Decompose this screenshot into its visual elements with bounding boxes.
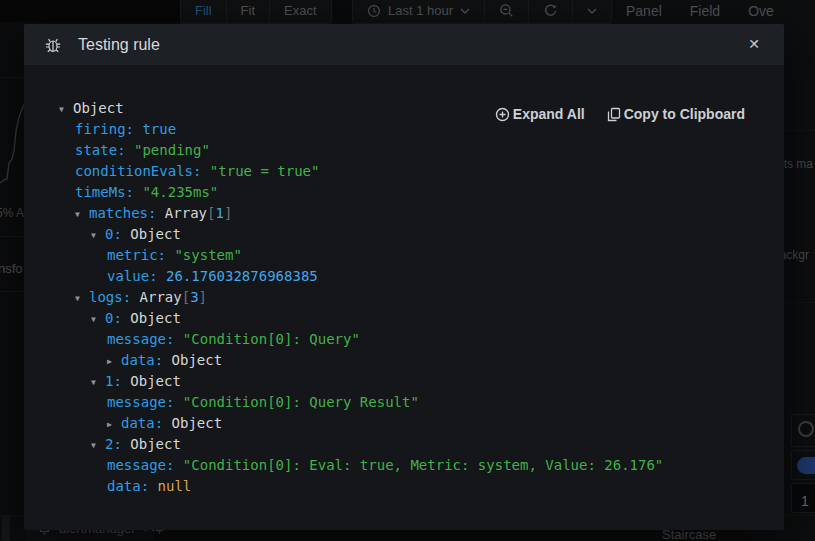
json-object-label: Object <box>172 352 223 368</box>
json-tree-row: ▶data: Object <box>24 413 784 434</box>
modal-title: Testing rule <box>78 36 160 54</box>
json-value: null <box>158 478 192 494</box>
json-object-label: Object <box>130 436 181 452</box>
close-icon[interactable]: ✕ <box>746 35 762 53</box>
json-value: "4.235ms" <box>142 184 218 200</box>
json-tree-row: ▼Object <box>24 98 784 119</box>
json-bracket: ] <box>199 289 207 305</box>
json-value: "system" <box>174 247 241 263</box>
json-tree-row: conditionEvals: "true = true" <box>24 161 784 182</box>
json-key: data: <box>121 352 172 368</box>
expand-arrow-icon[interactable]: ▶ <box>107 351 121 372</box>
json-object-label: Object <box>130 310 181 326</box>
json-key: logs: <box>89 289 140 305</box>
json-key: firing: <box>75 121 142 137</box>
json-value: "Condition[0]: Query" <box>183 331 360 347</box>
json-value: "Condition[0]: Query Result" <box>183 394 419 410</box>
json-object-label: Object <box>73 100 124 116</box>
screen: Fill Fit Exact Last 1 hour <box>0 0 815 541</box>
json-object-label: Object <box>130 373 181 389</box>
json-key: message: <box>107 394 183 410</box>
modal-header: Testing rule ✕ <box>24 24 784 66</box>
json-object-label: Object <box>130 226 181 242</box>
json-value: "pending" <box>134 142 210 158</box>
collapse-arrow-icon[interactable]: ▼ <box>91 372 105 393</box>
json-tree-row: metric: "system" <box>24 245 784 266</box>
json-array-label: Array <box>140 289 182 305</box>
json-array-label: Array <box>165 205 207 221</box>
json-tree-row: message: "Condition[0]: Eval: true, Metr… <box>24 455 784 476</box>
json-key: 1: <box>105 373 130 389</box>
json-tree-row: value: 26.176032876968385 <box>24 266 784 287</box>
json-key: 0: <box>105 310 130 326</box>
json-tree-row: state: "pending" <box>24 140 784 161</box>
json-tree-row: ▶data: Object <box>24 350 784 371</box>
json-key: state: <box>75 142 134 158</box>
json-object-label: Object <box>172 415 223 431</box>
json-tree-row: ▼1: Object <box>24 371 784 392</box>
json-key: metric: <box>107 247 174 263</box>
json-tree-row: ▼0: Object <box>24 224 784 245</box>
json-key: message: <box>107 457 183 473</box>
collapse-arrow-icon[interactable]: ▼ <box>75 288 89 309</box>
json-tree-row: ▼matches: Array[1] <box>24 203 784 224</box>
json-key: 0: <box>105 226 130 242</box>
testing-rule-modal: Testing rule ✕ Expand All Copy to Clipbo… <box>24 24 784 530</box>
json-tree-row: message: "Condition[0]: Query" <box>24 329 784 350</box>
json-value: "true = true" <box>210 163 320 179</box>
json-key: data: <box>121 415 172 431</box>
json-tree-row: data: null <box>24 476 784 497</box>
json-tree-row: ▼0: Object <box>24 308 784 329</box>
json-bracket: ] <box>224 205 232 221</box>
json-array-count: 1 <box>215 205 223 221</box>
json-tree-row: timeMs: "4.235ms" <box>24 182 784 203</box>
collapse-arrow-icon[interactable]: ▼ <box>75 204 89 225</box>
json-key: matches: <box>89 205 165 221</box>
collapse-arrow-icon[interactable]: ▼ <box>91 309 105 330</box>
json-tree-row: ▼2: Object <box>24 434 784 455</box>
json-key: timeMs: <box>75 184 142 200</box>
collapse-arrow-icon[interactable]: ▼ <box>91 435 105 456</box>
json-key: data: <box>107 478 158 494</box>
json-bracket: [ <box>182 289 190 305</box>
json-tree-row: firing: true <box>24 119 784 140</box>
expand-arrow-icon[interactable]: ▶ <box>107 414 121 435</box>
bug-icon <box>44 36 62 54</box>
json-array-count: 3 <box>190 289 198 305</box>
json-tree: ▼Objectfiring: truestate: "pending"condi… <box>24 98 784 497</box>
json-key: message: <box>107 331 183 347</box>
json-key: conditionEvals: <box>75 163 210 179</box>
json-value: "Condition[0]: Eval: true, Metric: syste… <box>183 457 663 473</box>
json-key: value: <box>107 268 166 284</box>
collapse-arrow-icon[interactable]: ▼ <box>59 99 73 120</box>
json-value: 26.176032876968385 <box>166 268 318 284</box>
json-key: 2: <box>105 436 130 452</box>
json-value: true <box>142 121 176 137</box>
json-tree-row: ▼logs: Array[3] <box>24 287 784 308</box>
collapse-arrow-icon[interactable]: ▼ <box>91 225 105 246</box>
json-tree-row: message: "Condition[0]: Query Result" <box>24 392 784 413</box>
